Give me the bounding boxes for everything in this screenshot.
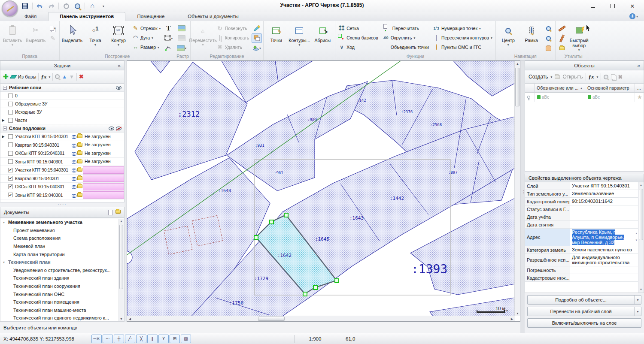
- column-more[interactable]: ...: [635, 84, 644, 93]
- layer-row[interactable]: 0: [0, 92, 124, 100]
- new-document-icon[interactable]: [108, 210, 113, 215]
- layer-row[interactable]: Участки КПТ 90:15:040301: [0, 166, 124, 175]
- zoom-in-button[interactable]: [544, 24, 554, 33]
- property-value[interactable]: Земли населенных пунктов: [570, 246, 638, 253]
- property-value[interactable]: [570, 266, 638, 274]
- layer-settings-button[interactable]: ▾: [252, 43, 262, 53]
- refresh-button[interactable]: [61, 1, 71, 11]
- layer-row[interactable]: Квартал 90:15:040301: [0, 175, 124, 183]
- properties-scrollbar[interactable]: ▲ ▼: [638, 182, 644, 293]
- layer-properties-button[interactable]: [77, 193, 83, 198]
- column-main-parameter[interactable]: Основной параметр: [585, 84, 635, 93]
- scroll-right-icon[interactable]: ▶: [509, 316, 515, 322]
- save-button[interactable]: [20, 1, 30, 11]
- open-object-button[interactable]: Открыть: [562, 74, 583, 80]
- find-on-map-button[interactable]: [71, 134, 77, 139]
- chevron-down-icon[interactable]: ▾: [634, 307, 641, 316]
- layer-row[interactable]: ОКСы КПТ 90:15:040301 Не загружен: [0, 149, 124, 158]
- property-row[interactable]: Статус записи в Г...: [525, 205, 638, 213]
- from-base-button[interactable]: Из базы: [18, 74, 36, 79]
- close-button[interactable]: ✕: [623, 0, 642, 12]
- copy-button[interactable]: ▾: [48, 24, 58, 33]
- map-scale-value[interactable]: 1:900: [298, 336, 332, 341]
- point-numbering-button[interactable]: 1²3 Нумерация точек ▾: [431, 24, 494, 33]
- snap-grid[interactable]: ⊞: [170, 335, 180, 343]
- qat-customize-button[interactable]: ▾: [98, 1, 109, 11]
- app-logo-icon[interactable]: [2, 0, 18, 17]
- maximize-button[interactable]: [603, 0, 623, 12]
- property-row[interactable]: Кадастровые инж...: [525, 274, 638, 282]
- ruler-button[interactable]: [557, 24, 567, 33]
- scrollbar-thumb[interactable]: [119, 225, 123, 289]
- layer-properties-button[interactable]: [77, 184, 83, 189]
- move-down-button[interactable]: ▼: [69, 74, 74, 80]
- segment-tool-button[interactable]: ✎ Отрезок ▾: [131, 24, 162, 33]
- underlay-layers-group[interactable]: − Слои подложки: [0, 124, 124, 133]
- property-value[interactable]: [570, 221, 638, 228]
- cadastral-map[interactable]: :2312 :142 :929 :2376 :2568 :897 :931 :9…: [127, 61, 515, 316]
- property-row[interactable]: Кадастровый номер 90:15:040301:1642: [525, 198, 638, 205]
- layer-properties-button[interactable]: [77, 159, 83, 164]
- undo-button[interactable]: [35, 1, 45, 11]
- document-item[interactable]: ▾ Технический план: [0, 258, 124, 266]
- objects-list-empty[interactable]: [525, 102, 644, 172]
- column-designation[interactable]: Обозначение или ... ▲: [535, 84, 585, 93]
- property-row[interactable]: Тип земельного у... Землепользование: [525, 190, 638, 198]
- contour-tool-button[interactable]: :ЗУ Контур ▾: [107, 22, 130, 53]
- document-item[interactable]: ▾ Схема расположения: [0, 234, 124, 242]
- property-row[interactable]: Слой Участки КПТ 90:15:040301: [525, 182, 638, 190]
- style-pen-button[interactable]: [252, 24, 262, 33]
- layer-properties-button[interactable]: [77, 134, 83, 139]
- layer-properties-button[interactable]: [77, 167, 83, 172]
- scroll-up-icon[interactable]: ▲: [638, 182, 644, 188]
- eye-off-icon[interactable]: [116, 127, 122, 130]
- tab-room[interactable]: Помещение: [125, 12, 176, 21]
- find-on-map-button[interactable]: [71, 167, 77, 172]
- property-row[interactable]: Разрешённое исп... Для индивидуального ж…: [525, 254, 638, 266]
- document-item[interactable]: ▾ Технический план машино-места: [0, 306, 124, 314]
- filter-pin[interactable]: [525, 93, 535, 102]
- snap-nearest[interactable]: ┄·: [103, 335, 113, 343]
- layer-visibility-checkbox[interactable]: [8, 94, 13, 98]
- favorites-cell[interactable]: ★: [635, 93, 644, 102]
- search-button[interactable]: [604, 75, 608, 79]
- layer-visibility-checkbox[interactable]: [8, 118, 13, 123]
- layer-properties-button[interactable]: [77, 176, 83, 181]
- layer-visibility-checkbox[interactable]: [8, 102, 13, 106]
- tab-file[interactable]: Файл: [13, 12, 48, 21]
- working-layers-group[interactable]: − Рабочие слои: [0, 84, 124, 92]
- property-row[interactable]: Дата снятия: [525, 221, 638, 229]
- toggle-on-layer-button[interactable]: Включить/выключить на слое: [527, 318, 641, 328]
- layer-visibility-checkbox[interactable]: [8, 184, 13, 189]
- help-button[interactable]: i ▾: [629, 13, 638, 19]
- snap-raster[interactable]: ▨: [181, 335, 191, 343]
- snap-parallel[interactable]: ∥: [147, 335, 158, 343]
- delete-task-button[interactable]: ✖: [79, 73, 84, 80]
- document-item[interactable]: ▾ Межевой план: [0, 242, 124, 250]
- delete-object-button[interactable]: ✖: [618, 74, 623, 80]
- panel-splitter[interactable]: [520, 60, 525, 333]
- tree-collapse-icon[interactable]: −: [3, 127, 7, 130]
- snap-endpoint[interactable]: ─✕: [91, 335, 102, 343]
- text-tool-button[interactable]: T: [163, 24, 173, 33]
- property-value[interactable]: [570, 274, 638, 281]
- document-item[interactable]: ▾ Технический план ОНС: [0, 290, 124, 298]
- rect-frame-tool-button[interactable]: ▾: [163, 33, 173, 43]
- minimize-button[interactable]: [583, 0, 603, 12]
- tab-toolbar-panel[interactable]: Панель инструментов: [48, 12, 125, 21]
- document-item[interactable]: ▾ Технический план здания: [0, 274, 124, 282]
- layer-visibility-checkbox[interactable]: [8, 134, 13, 139]
- search-objects-button[interactable]: [557, 43, 567, 53]
- snap-midpoint[interactable]: ╱▫: [125, 335, 135, 343]
- chevron-down-icon[interactable]: ▾: [506, 309, 508, 313]
- document-item[interactable]: ▾ Проект межевания: [0, 226, 124, 235]
- scrollbar-thumb[interactable]: [639, 189, 643, 240]
- eye-icon[interactable]: [116, 86, 122, 90]
- traverse-button[interactable]: ∨ Ход: [337, 42, 380, 51]
- paste-button[interactable]: Вставить ▾: [1, 22, 24, 53]
- fx-button[interactable]: ƒx: [41, 73, 46, 80]
- format-brush-button[interactable]: ✎: [48, 33, 58, 43]
- map-vertical-scrollbar[interactable]: ▲ ▼: [514, 61, 520, 316]
- scrollbar-thumb[interactable]: [258, 317, 285, 321]
- scrollbar-thumb[interactable]: [515, 68, 519, 106]
